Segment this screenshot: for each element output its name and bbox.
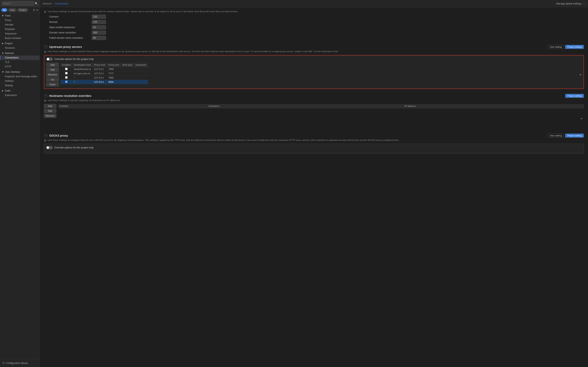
socks-help-icon[interactable]: ? bbox=[44, 134, 48, 137]
row2-proxy-port: 7777 bbox=[107, 71, 121, 76]
hostname-edit-button[interactable]: Edit bbox=[44, 109, 56, 113]
sidebar-group-suite[interactable]: ► Suite bbox=[0, 89, 40, 93]
timeout-connect-label: Connect: bbox=[49, 15, 90, 19]
socks-override-toggle[interactable] bbox=[46, 146, 53, 149]
sidebar-section-network: ▼ Network Connections TLS HTTP bbox=[0, 50, 40, 69]
chevron-tools-icon: ▼ bbox=[2, 14, 4, 17]
filter-project-button[interactable]: Project bbox=[17, 8, 28, 12]
upstream-proxy-table-buttons: Add Edit Remove Up Down bbox=[46, 63, 59, 86]
filter-icon[interactable]: ⇄ bbox=[36, 8, 38, 12]
upstream-proxy-header: ? Upstream proxy servers User setting Pr… bbox=[44, 45, 584, 49]
hostname-title-row: ? Hostname resolution overrides bbox=[44, 94, 91, 98]
sidebar-item-http[interactable]: HTTP bbox=[0, 64, 40, 69]
upstream-proxy-down-button[interactable]: Down bbox=[46, 82, 59, 86]
manage-global-icon: ⋮ bbox=[583, 2, 585, 5]
config-library-item[interactable]: ☷ Configuration library bbox=[2, 361, 38, 365]
table-row[interactable]: * 127.0.0.1 9090 bbox=[61, 80, 148, 84]
row2-username bbox=[134, 71, 148, 76]
row3-proxy-port: 7890 bbox=[107, 76, 121, 80]
col-proxy-host: Proxy host bbox=[93, 63, 107, 67]
sidebar-group-user-interface[interactable]: ▼ User interface bbox=[0, 70, 40, 74]
sidebar-item-burps-browser[interactable]: Burp's browser bbox=[0, 36, 40, 40]
config-library-icon: ☷ bbox=[2, 362, 5, 365]
socks-btn-group: User setting Project setting bbox=[548, 133, 584, 138]
upstream-proxy-section: ? Upstream proxy servers User setting Pr… bbox=[44, 45, 584, 89]
sidebar: 🔍 All User Project ⇵ ⇄ ▼ Tools Proxy Int… bbox=[0, 0, 40, 367]
sidebar-group-project[interactable]: ► Project bbox=[0, 41, 40, 46]
filter-user-button[interactable]: User bbox=[8, 8, 17, 12]
filter-all-button[interactable]: All bbox=[1, 8, 7, 12]
search-input[interactable] bbox=[2, 1, 34, 6]
manage-global-button[interactable]: Manage global settings ⋮ bbox=[556, 2, 585, 5]
row4-checkbox[interactable] bbox=[65, 81, 68, 83]
upstream-proxy-add-button[interactable]: Add bbox=[46, 63, 59, 67]
table-right-arrow: ► bbox=[579, 73, 581, 76]
override-toggle[interactable] bbox=[46, 58, 53, 61]
upstream-proxy-remove-button[interactable]: Remove bbox=[46, 73, 59, 77]
search-bar: 🔍 bbox=[0, 0, 40, 7]
config-library-label: Configuration library bbox=[6, 362, 28, 365]
hostname-table-buttons: Add Edit Remove bbox=[44, 104, 56, 129]
row3-checkbox[interactable] bbox=[65, 76, 68, 79]
upstream-proxy-gear-icon: ⚙ bbox=[44, 50, 47, 53]
chevron-ui-icon: ▼ bbox=[2, 71, 4, 73]
sidebar-item-inspector[interactable]: Inspector and message editor bbox=[0, 74, 40, 79]
hostname-help-icon[interactable]: ? bbox=[44, 94, 48, 98]
row1-proxy-host: 127.0.0.1 bbox=[93, 67, 107, 71]
row3-proxy-host: 127.0.0.1 bbox=[93, 76, 107, 80]
row4-dest-host: * bbox=[72, 80, 92, 84]
upstream-project-setting-button[interactable]: Project setting bbox=[565, 45, 584, 49]
upstream-proxy-edit-button[interactable]: Edit bbox=[46, 68, 59, 72]
sidebar-item-sequencer[interactable]: Sequencer bbox=[0, 31, 40, 36]
sidebar-item-proxy[interactable]: Proxy bbox=[0, 18, 40, 22]
col-proxy-port: Proxy port bbox=[107, 63, 121, 67]
sort-icon[interactable]: ⇵ bbox=[33, 8, 35, 12]
sidebar-group-network-label: Network bbox=[5, 52, 14, 55]
hostname-resolution-section: ? Hostname resolution overrides Project … bbox=[44, 94, 584, 129]
sidebar-item-hotkeys[interactable]: Hotkeys bbox=[0, 79, 40, 83]
socks-gear-icon: ⚙ bbox=[44, 139, 47, 142]
timeout-connect-input[interactable] bbox=[92, 15, 106, 19]
hostname-add-button[interactable]: Add bbox=[44, 104, 56, 108]
hostname-sort-icon[interactable]: ↑ bbox=[220, 105, 221, 107]
hostname-table: Enabled Hostname ↑ IP address bbox=[58, 104, 584, 108]
sidebar-item-display[interactable]: Display bbox=[0, 83, 40, 88]
socks-proxy-header: ? SOCKS proxy User setting Project setti… bbox=[44, 133, 584, 138]
upstream-proxy-table: Enabled Destination host Proxy host Prox… bbox=[61, 63, 148, 84]
timeout-open-ended-input[interactable] bbox=[92, 25, 106, 29]
filter-bar: All User Project ⇵ ⇄ bbox=[0, 7, 40, 13]
upstream-user-setting-button[interactable]: User setting bbox=[548, 45, 564, 49]
sidebar-group-network[interactable]: ▼ Network bbox=[0, 51, 40, 55]
upstream-proxy-title-row: ? Upstream proxy servers bbox=[44, 45, 82, 49]
sidebar-item-intruder[interactable]: Intruder bbox=[0, 22, 40, 27]
sidebar-item-connections[interactable]: Connections bbox=[0, 55, 40, 60]
sidebar-item-tls[interactable]: TLS bbox=[0, 60, 40, 64]
manage-global-label: Manage global settings bbox=[556, 2, 581, 5]
table-row[interactable]: hn.sgcc.com.cn 127.0.0.1 7777 bbox=[61, 71, 148, 76]
hostname-project-setting-button[interactable]: Project setting bbox=[565, 94, 584, 98]
row2-checkbox[interactable] bbox=[65, 72, 68, 75]
sidebar-group-tools[interactable]: ▼ Tools bbox=[0, 13, 40, 18]
hostname-remove-button[interactable]: Remove bbox=[44, 114, 56, 118]
col-username: Username bbox=[134, 63, 148, 67]
timeout-failed-dns-input[interactable] bbox=[92, 36, 106, 40]
timeout-dns-input[interactable] bbox=[92, 31, 106, 35]
socks-proxy-section: ? SOCKS proxy User setting Project setti… bbox=[44, 133, 584, 154]
table-row[interactable]: breachforums.st 127.0.0.1 7890 bbox=[61, 67, 148, 71]
sidebar-item-sessions[interactable]: Sessions bbox=[0, 46, 40, 50]
row1-checkbox[interactable] bbox=[65, 68, 68, 70]
sidebar-item-extensions[interactable]: Extensions bbox=[0, 93, 40, 98]
hostname-desc: Use these settings to specify mappings o… bbox=[48, 99, 584, 101]
upstream-proxy-up-button[interactable]: Up bbox=[46, 77, 59, 82]
sidebar-item-repeater[interactable]: Repeater bbox=[0, 27, 40, 31]
timeout-normal-input[interactable] bbox=[92, 20, 106, 24]
breadcrumb-network[interactable]: Network bbox=[43, 2, 52, 5]
socks-box: Override options for this project only bbox=[44, 144, 584, 154]
row2-proxy-host: 127.0.0.1 bbox=[93, 71, 107, 76]
table-row[interactable]: * 127.0.0.1 7890 bbox=[61, 76, 148, 80]
main-panel: Network › Connections Manage global sett… bbox=[40, 0, 588, 367]
upstream-proxy-help-icon[interactable]: ? bbox=[44, 45, 48, 49]
socks-user-setting-button[interactable]: User setting bbox=[548, 133, 564, 138]
override-label: Override options for this project only bbox=[54, 58, 94, 60]
socks-project-setting-button[interactable]: Project setting bbox=[565, 133, 584, 138]
